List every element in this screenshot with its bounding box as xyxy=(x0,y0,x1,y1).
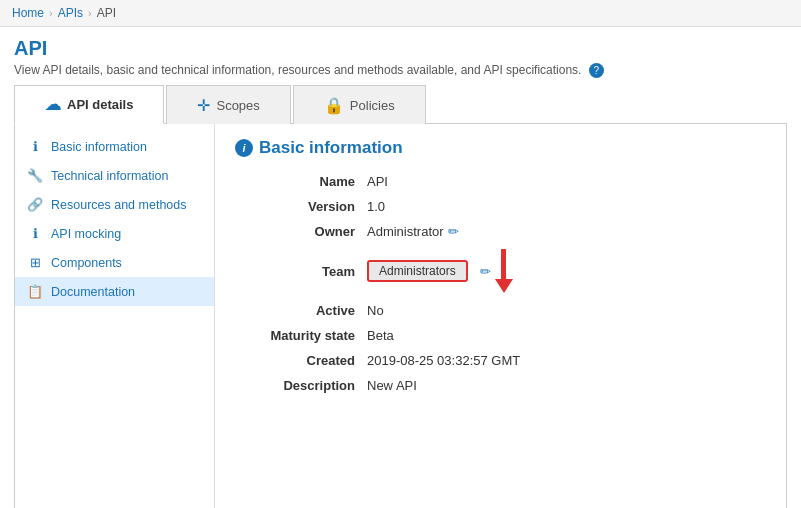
arrow-shaft xyxy=(501,249,506,279)
crosshair-icon: ✛ xyxy=(197,96,210,115)
value-maturity-state: Beta xyxy=(367,328,394,343)
info-table: Name API Version 1.0 Owner Administrator… xyxy=(255,174,766,393)
field-description: Description New API xyxy=(255,378,766,393)
sidebar-item-api-mocking[interactable]: ℹ API mocking xyxy=(15,219,214,248)
sidebar-item-label-components: Components xyxy=(51,256,122,270)
sidebar: ℹ Basic information 🔧 Technical informat… xyxy=(15,124,215,508)
value-active: No xyxy=(367,303,384,318)
field-team: Team Administrators ✏ xyxy=(255,249,766,293)
grid-icon: ⊞ xyxy=(27,255,43,270)
field-created: Created 2019-08-25 03:32:57 GMT xyxy=(255,353,766,368)
breadcrumb: Home › APIs › API xyxy=(0,0,801,27)
label-maturity-state: Maturity state xyxy=(255,328,355,343)
page-header: API View API details, basic and technica… xyxy=(0,27,801,84)
edit-owner-button[interactable]: ✏ xyxy=(448,224,459,239)
tab-api-details[interactable]: ☁ API details xyxy=(14,85,164,124)
value-description: New API xyxy=(367,378,417,393)
content-area: i Basic information Name API Version 1.0… xyxy=(215,124,786,508)
team-administrators-badge: Administrators xyxy=(367,260,468,282)
section-title-text: Basic information xyxy=(259,138,403,158)
field-active: Active No xyxy=(255,303,766,318)
lock-icon: 🔒 xyxy=(324,96,344,115)
field-version: Version 1.0 xyxy=(255,199,766,214)
sidebar-item-label-basic: Basic information xyxy=(51,140,147,154)
sidebar-item-label-mocking: API mocking xyxy=(51,227,121,241)
help-icon[interactable]: ? xyxy=(589,63,604,78)
mocking-icon: ℹ xyxy=(27,226,43,241)
value-owner: Administrator xyxy=(367,224,444,239)
tab-policies[interactable]: 🔒 Policies xyxy=(293,85,426,124)
wrench-icon: 🔧 xyxy=(27,168,43,183)
breadcrumb-home[interactable]: Home xyxy=(12,6,44,20)
tab-scopes-label: Scopes xyxy=(216,98,259,113)
team-annotation: Administrators ✏ xyxy=(367,249,513,293)
page-subtitle: View API details, basic and technical in… xyxy=(14,63,787,78)
tab-policies-label: Policies xyxy=(350,98,395,113)
section-title: i Basic information xyxy=(235,138,766,158)
breadcrumb-current: API xyxy=(97,6,116,20)
label-description: Description xyxy=(255,378,355,393)
page-title: API xyxy=(14,37,787,60)
sidebar-item-resources-methods[interactable]: 🔗 Resources and methods xyxy=(15,190,214,219)
sidebar-item-label-technical: Technical information xyxy=(51,169,168,183)
breadcrumb-sep-1: › xyxy=(49,7,53,19)
tab-api-details-label: API details xyxy=(67,97,133,112)
tabs-container: ☁ API details ✛ Scopes 🔒 Policies xyxy=(14,84,787,124)
field-maturity-state: Maturity state Beta xyxy=(255,328,766,343)
info-circle-icon: ℹ xyxy=(27,139,43,154)
field-name: Name API xyxy=(255,174,766,189)
sidebar-item-label-documentation: Documentation xyxy=(51,285,135,299)
sidebar-item-components[interactable]: ⊞ Components xyxy=(15,248,214,277)
field-owner: Owner Administrator ✏ xyxy=(255,224,766,239)
label-version: Version xyxy=(255,199,355,214)
label-owner: Owner xyxy=(255,224,355,239)
sidebar-item-basic-information[interactable]: ℹ Basic information xyxy=(15,132,214,161)
value-name: API xyxy=(367,174,388,189)
sidebar-item-technical-information[interactable]: 🔧 Technical information xyxy=(15,161,214,190)
edit-team-button[interactable]: ✏ xyxy=(480,264,491,279)
cloud-icon: ☁ xyxy=(45,95,61,114)
sidebar-item-label-resources: Resources and methods xyxy=(51,198,187,212)
section-info-icon: i xyxy=(235,139,253,157)
tab-scopes[interactable]: ✛ Scopes xyxy=(166,85,290,124)
label-created: Created xyxy=(255,353,355,368)
link-icon: 🔗 xyxy=(27,197,43,212)
sidebar-item-documentation[interactable]: 📋 Documentation xyxy=(15,277,214,306)
label-team: Team xyxy=(255,264,355,279)
breadcrumb-sep-2: › xyxy=(88,7,92,19)
value-version: 1.0 xyxy=(367,199,385,214)
value-created: 2019-08-25 03:32:57 GMT xyxy=(367,353,520,368)
breadcrumb-apis[interactable]: APIs xyxy=(58,6,83,20)
label-name: Name xyxy=(255,174,355,189)
doc-icon: 📋 xyxy=(27,284,43,299)
arrow-head xyxy=(495,279,513,293)
label-active: Active xyxy=(255,303,355,318)
main-layout: ℹ Basic information 🔧 Technical informat… xyxy=(14,124,787,508)
red-arrow-annotation xyxy=(495,249,513,293)
